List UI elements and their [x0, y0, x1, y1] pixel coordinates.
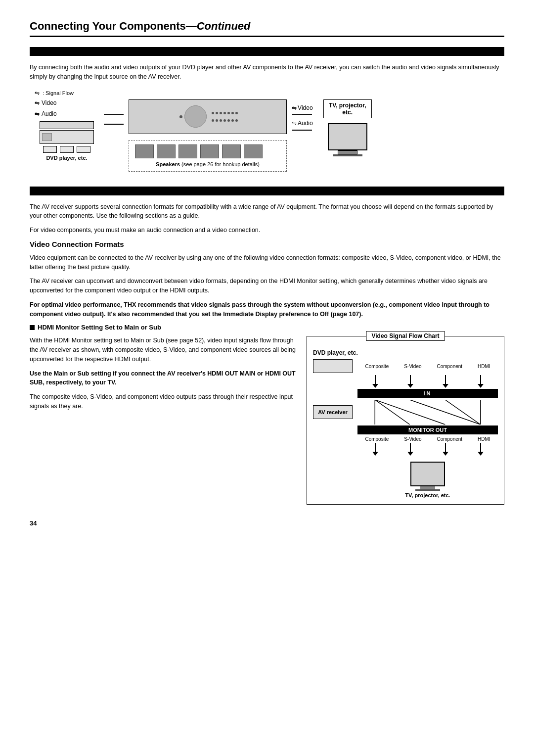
arrow-down-hdmi-out: [478, 443, 484, 456]
hdmi-body2-strong: Use the Main or Sub setting if you conne…: [30, 370, 296, 386]
svg-line-5: [445, 400, 480, 425]
diagram1: ⇋ : Signal Flow ⇋ Video ⇋ Audio: [30, 90, 504, 172]
flow-chart: Video Signal Flow Chart DVD player, etc.…: [307, 336, 504, 505]
composite-label-top: Composite: [365, 364, 389, 369]
arrow-down-composite-out: [372, 443, 378, 456]
tv-flow-device: TV, projector, etc.: [405, 462, 450, 498]
arrow-down-composite-in: [372, 375, 378, 388]
flow-col-component-top: Component: [437, 364, 462, 369]
page-number: 34: [30, 520, 504, 527]
hdmi-section-title: HDMI Monitor Setting Set to Main or Sub: [30, 324, 504, 331]
component-label-out: Component: [437, 436, 462, 442]
audio-out-label: Audio: [298, 120, 313, 127]
arrow-down-component-in: [443, 375, 448, 388]
dvd-device-label: DVD player, etc.: [46, 155, 87, 161]
hdmi-body1: With the HDMI Monitor setting set to Mai…: [30, 336, 297, 364]
arrow-down-hdmi-in: [478, 375, 484, 388]
arrow-down-component-out: [443, 443, 448, 456]
bottom-left: With the HDMI Monitor setting set to Mai…: [30, 336, 297, 416]
in-bar: IN: [357, 389, 498, 398]
body1: Video equipment can be connected to the …: [30, 253, 504, 272]
arrow-down-svideo-out: [407, 443, 413, 456]
svg-line-1: [375, 400, 410, 425]
svg-line-4: [410, 400, 481, 425]
component-label-top: Component: [437, 364, 462, 369]
hdmi-body2: Use the Main or Sub setting if you conne…: [30, 369, 297, 388]
flow-chart-title: Video Signal Flow Chart: [366, 331, 445, 341]
tv-side: TV, projector,etc.: [318, 99, 377, 156]
composite-label-out: Composite: [365, 436, 389, 442]
hdmi-label-top: HDMI: [478, 364, 490, 369]
section2-intro2: For video components, you must make an a…: [30, 226, 504, 235]
tv-flow-label: TV, projector, etc.: [405, 492, 450, 498]
av-receiver-box: AV receiver: [313, 405, 353, 419]
tv-device: [328, 123, 367, 156]
video-out-label: Video: [298, 104, 312, 111]
section1-intro: By connecting both the audio and video o…: [30, 63, 504, 82]
audio-label: Audio: [42, 110, 57, 117]
hdmi-label-out: HDMI: [478, 436, 490, 442]
dvd-device: DVD player, etc.: [35, 121, 99, 161]
flow-col-svideo-out: S-Video: [404, 436, 421, 442]
dvd-side: ⇋ Video ⇋ Audio: [35, 99, 99, 161]
black-square-icon: [30, 325, 35, 330]
bottom-layout: With the HDMI Monitor setting set to Mai…: [30, 336, 504, 505]
flow-col-composite-out: Composite: [365, 436, 389, 442]
svideo-label-top: S-Video: [404, 364, 421, 369]
arrow-down-svideo-in: [407, 375, 413, 388]
flow-col-hdmi-top: HDMI: [478, 364, 490, 369]
speakers-note: (see page 26 for hookup details): [181, 161, 260, 167]
svideo-label-out: S-Video: [404, 436, 421, 442]
flow-col-composite-top: Composite: [365, 364, 389, 369]
flow-col-hdmi-out: HDMI: [478, 436, 490, 442]
flow-dvd-label: DVD player, etc.: [313, 349, 498, 356]
section1-header: [30, 47, 504, 56]
monitor-out-bar: MONITOR OUT: [357, 425, 498, 434]
page-title: Connecting Your Components—Continued: [30, 20, 504, 37]
bold-text: For optimal video performance, THX recom…: [30, 300, 504, 319]
section2-intro1: The AV receiver supports several connect…: [30, 202, 504, 221]
flow-dvd-box: [313, 359, 353, 373]
section2: The AV receiver supports several connect…: [30, 202, 504, 505]
tv-label-box: TV, projector,etc.: [323, 99, 372, 118]
body2: The AV receiver can upconvert and downco…: [30, 277, 504, 295]
subsection-title: Video Connection Formats: [30, 240, 504, 248]
flow-col-component-out: Component: [437, 436, 462, 442]
signal-flow-arrows: [357, 400, 498, 425]
flow-col-svideo-top: S-Video: [404, 364, 421, 369]
receiver: Speakers (see page 26 for hookup details…: [129, 99, 287, 172]
svg-line-2: [375, 400, 445, 425]
video-label: Video: [42, 99, 56, 106]
signal-flow-label: ⇋ : Signal Flow: [35, 90, 499, 96]
speakers-box: Speakers (see page 26 for hookup details…: [129, 140, 287, 172]
hdmi-body3: The composite video, S-Video, and compon…: [30, 392, 297, 411]
section2-header: [30, 187, 504, 195]
